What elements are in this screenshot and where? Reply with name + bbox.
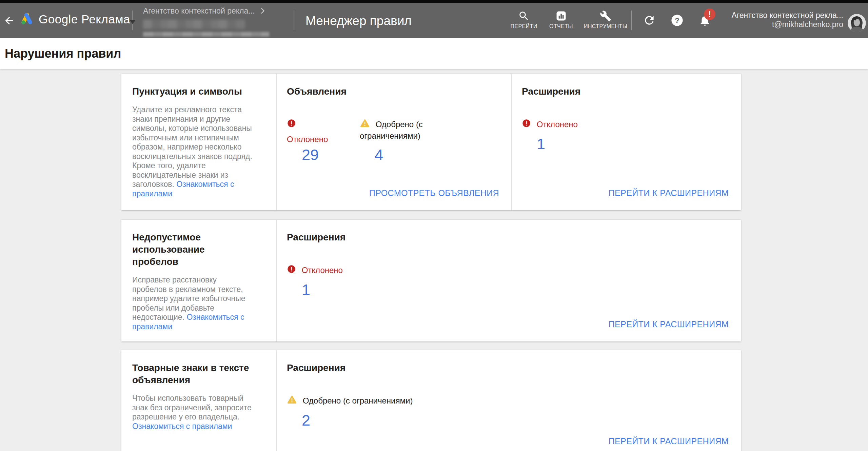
- stats-row: Отклонено 1: [287, 264, 729, 295]
- nav-goto-button[interactable]: ПЕРЕЙТИ: [509, 10, 538, 30]
- stat-label: Отклонено: [537, 120, 578, 129]
- back-arrow-icon[interactable]: [3, 15, 15, 26]
- nav-reports-button[interactable]: ОТЧЕТЫ: [547, 10, 576, 30]
- user-info: Агентство контекстной рекла... t@mikhalc…: [732, 11, 843, 29]
- page-title: Менеджер правил: [305, 14, 412, 28]
- chevron-right-icon: [258, 6, 267, 15]
- account-switcher-name: Агентство контекстной рекла...: [143, 6, 255, 16]
- topbar-quick-actions: ? !: [643, 14, 711, 27]
- brand-name: Google Реклама: [39, 13, 130, 26]
- section-title: Расширения: [522, 85, 729, 98]
- stat-label: Одобрено (с ограничениями): [303, 396, 413, 405]
- user-email: t@mikhalchenko.pro: [732, 20, 843, 29]
- policy-card-info: Недопустимое использование пробелов Испр…: [121, 220, 277, 341]
- page-heading-bar: Нарушения правил: [0, 38, 868, 69]
- policy-card-title: Товарные знаки в тексте объявления: [132, 362, 253, 386]
- error-circle-icon: [522, 119, 531, 130]
- refresh-icon: [643, 14, 656, 27]
- notification-badge: !: [704, 8, 715, 20]
- policy-card-info: Пунктуация и символы Удалите из рекламно…: [121, 74, 277, 210]
- policy-rules-link[interactable]: Ознакомиться с правилами: [132, 422, 232, 431]
- policy-description-text: Чтобы использовать товарный знак без огр…: [132, 394, 252, 421]
- policy-card-title: Недопустимое использование пробелов: [132, 231, 253, 268]
- stat-rejected: Отклонено 29: [287, 119, 360, 160]
- policy-card-info: Товарные знаки в тексте объявления Чтобы…: [121, 350, 277, 451]
- stat-rejected: Отклонено 1: [522, 119, 578, 149]
- nav-tools-label: ИНСТРУМЕНТЫ: [584, 23, 627, 30]
- section-title: Расширения: [287, 362, 729, 374]
- go-to-extensions-link[interactable]: ПЕРЕЙТИ К РАСШИРЕНИЯМ: [609, 319, 729, 329]
- page-heading: Нарушения правил: [5, 46, 121, 61]
- section-extensions: Расширения Отклонено 1 ПЕРЕЙТИ К РАСШИРЕ…: [277, 220, 741, 341]
- stat-limited: Одобрено (с ограничениями) 4: [360, 119, 439, 160]
- user-avatar[interactable]: [848, 14, 866, 32]
- view-ads-link[interactable]: ПРОСМОТРЕТЬ ОБЪЯВЛЕНИЯ: [369, 188, 499, 198]
- error-circle-icon: [287, 119, 360, 130]
- nav-goto-label: ПЕРЕЙТИ: [510, 23, 537, 30]
- warning-triangle-icon: [360, 119, 370, 130]
- policy-card-spacing: Недопустимое использование пробелов Испр…: [121, 220, 741, 341]
- stat-count: 4: [375, 150, 439, 160]
- policy-card-description: Чтобы использовать товарный знак без огр…: [132, 394, 253, 431]
- go-to-extensions-link[interactable]: ПЕРЕЙТИ К РАСШИРЕНИЯМ: [609, 436, 729, 446]
- stats-row: Одобрено (с ограничениями) 2: [287, 395, 729, 426]
- topbar-divider: [294, 11, 294, 30]
- account-switcher[interactable]: Агентство контекстной рекла...: [143, 5, 279, 37]
- policy-card-title: Пунктуация и символы: [132, 85, 253, 98]
- reports-chart-icon: [555, 10, 567, 22]
- stat-rejected: Отклонено 1: [287, 264, 343, 295]
- go-to-extensions-link[interactable]: ПЕРЕЙТИ К РАСШИРЕНИЯМ: [609, 188, 729, 198]
- section-extensions: Расширения Одобрено (с ограничениями) 2 …: [277, 350, 741, 451]
- policy-card-punctuation: Пунктуация и символы Удалите из рекламно…: [121, 74, 741, 210]
- google-ads-logo-icon: [20, 12, 34, 26]
- stat-label: Отклонено: [302, 266, 343, 275]
- section-extensions: Расширения Отклонено 1 ПЕРЕЙТИ К РАСШИРЕ…: [512, 74, 741, 210]
- section-ads: Объявления Отклонено 29 Одобрено (с огра…: [277, 74, 512, 210]
- stats-row: Отклонено 1: [522, 119, 729, 149]
- section-title: Объявления: [287, 85, 499, 98]
- stats-row: Отклонено 29 Одобрено (с ограничениями) …: [287, 119, 499, 160]
- error-circle-icon: [287, 264, 296, 276]
- stat-count: 29: [302, 150, 360, 160]
- stat-count: 1: [302, 285, 343, 295]
- stat-count: 1: [537, 139, 578, 149]
- account-id-redacted: [143, 20, 245, 29]
- google-ads-brand: Google Реклама: [20, 12, 130, 26]
- policy-description-text: Удалите из рекламного текста знаки препи…: [132, 105, 252, 189]
- topbar: Google Реклама Агентство контекстной рек…: [0, 3, 868, 38]
- stat-count: 2: [302, 415, 413, 426]
- stat-label: Отклонено: [287, 135, 328, 144]
- nav-reports-label: ОТЧЕТЫ: [549, 23, 573, 30]
- account-id-redacted-secondary: [143, 32, 269, 37]
- svg-text:?: ?: [675, 16, 679, 25]
- help-icon: ?: [671, 14, 684, 27]
- policy-card-description: Исправьте расстановку пробелов в рекламн…: [132, 275, 253, 331]
- nav-tools-button[interactable]: ИНСТРУМЕНТЫ: [584, 10, 627, 30]
- policy-card-trademarks: Товарные знаки в тексте объявления Чтобы…: [121, 350, 741, 451]
- refresh-button[interactable]: [643, 14, 656, 27]
- topbar-nav: ПЕРЕЙТИ ОТЧЕТЫ ИНСТРУМЕНТЫ: [509, 10, 627, 30]
- policy-card-description: Удалите из рекламного текста знаки препи…: [132, 105, 253, 198]
- warning-triangle-icon: [287, 395, 297, 407]
- wrench-icon: [600, 10, 611, 22]
- user-org: Агентство контекстной рекла...: [732, 11, 843, 20]
- account-dropdown-caret-icon[interactable]: [130, 20, 136, 24]
- content-area: Пунктуация и символы Удалите из рекламно…: [0, 69, 868, 451]
- notifications-button[interactable]: !: [698, 14, 711, 27]
- topbar-divider: [631, 11, 632, 30]
- help-button[interactable]: ?: [671, 14, 684, 27]
- search-icon: [518, 10, 530, 22]
- section-title: Расширения: [287, 231, 729, 243]
- window-top-strip: [0, 0, 868, 3]
- stat-limited: Одобрено (с ограничениями) 2: [287, 395, 413, 426]
